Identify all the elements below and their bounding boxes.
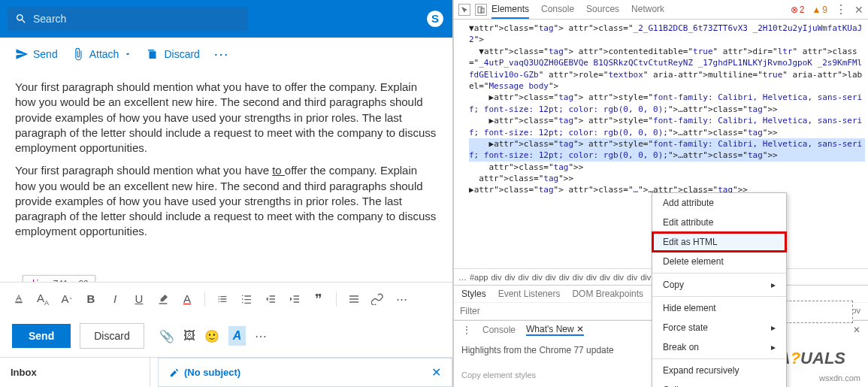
network-tab[interactable]: Network xyxy=(631,1,664,19)
watermark: wsxdn.com xyxy=(819,373,860,382)
numbered-list-icon[interactable] xyxy=(240,293,253,305)
font-color-btn[interactable]: A xyxy=(180,292,194,305)
discard-button[interactable]: Discard xyxy=(80,323,144,349)
bold-button[interactable]: B xyxy=(84,292,98,305)
styles-box-model xyxy=(778,301,853,323)
attach-icon xyxy=(71,47,85,61)
code-line[interactable]: attr">class="tag">> xyxy=(469,162,865,173)
ctx-add-attribute[interactable]: Add attribute xyxy=(652,193,786,213)
devtools-menu-icon[interactable]: ⋮ xyxy=(835,2,847,17)
sources-tab[interactable]: Sources xyxy=(586,1,619,19)
drawer-whatsnew-tab[interactable]: What's New ✕ xyxy=(526,324,584,336)
ctx-collapse[interactable]: Collapse xyxy=(652,380,786,387)
bullet-list-icon[interactable] xyxy=(216,293,229,305)
code-line[interactable]: attr">class="tag">> xyxy=(469,173,865,184)
message-body[interactable]: Your first paragraph should mention what… xyxy=(0,71,452,282)
attach-file-icon[interactable]: 📎 xyxy=(159,329,174,343)
skype-icon[interactable]: S xyxy=(425,9,445,29)
attach-action[interactable]: Attach xyxy=(71,47,133,61)
discard-label: Discard xyxy=(164,48,199,60)
bottom-tabs: Inbox (No subject) ✕ xyxy=(0,357,452,387)
send-label: Send xyxy=(33,48,58,60)
tooltip-tag: div xyxy=(29,279,46,282)
context-menu: Add attribute Edit attribute Edit as HTM… xyxy=(652,192,787,387)
more-actions[interactable]: ⋯ xyxy=(213,45,230,63)
outdent-icon[interactable] xyxy=(264,293,277,305)
styles-tab[interactable]: Styles xyxy=(461,289,486,299)
close-tab-icon[interactable]: ✕ xyxy=(431,365,441,379)
search-box[interactable] xyxy=(8,7,248,31)
link-icon[interactable] xyxy=(371,293,385,305)
device-toggle-icon[interactable] xyxy=(475,4,487,16)
devtools-close-icon[interactable]: ✕ xyxy=(854,4,863,16)
attach-label: Attach xyxy=(89,48,119,60)
compose-actions: Send Discard 📎 🖼 🙂 A ⋯ xyxy=(0,315,452,357)
subject-tab[interactable]: (No subject) ✕ xyxy=(158,358,452,387)
subject-label: (No subject) xyxy=(184,367,240,378)
warning-count[interactable]: ▲9 xyxy=(812,5,827,15)
svg-text:S: S xyxy=(431,12,439,25)
quote-icon[interactable]: ❞ xyxy=(312,291,325,307)
code-line[interactable]: ▼attr">class="tag"> attr">class="_2_G11B… xyxy=(469,23,865,46)
ctx-delete-element[interactable]: Delete element xyxy=(652,252,786,271)
font-color-icon[interactable] xyxy=(12,293,26,305)
indent-icon[interactable] xyxy=(288,293,301,305)
compose-toolbar: Send Attach Discard ⋯ xyxy=(0,38,452,71)
ctx-expand[interactable]: Expand recursively xyxy=(652,361,786,380)
code-line[interactable]: ▶attr">class="tag"> attr">style="font-fa… xyxy=(469,92,865,115)
send-button[interactable]: Send xyxy=(12,324,71,348)
console-tab[interactable]: Console xyxy=(541,1,574,19)
tooltip-dims: 741 × 20 xyxy=(53,279,89,282)
send-action[interactable]: Send xyxy=(15,47,58,61)
ctx-force-state[interactable]: Force state▸ xyxy=(652,318,786,337)
elements-tab[interactable]: Elements xyxy=(491,1,529,19)
error-count[interactable]: ⊗2 xyxy=(791,5,805,15)
dom-breakpoints-tab[interactable]: DOM Breakpoints xyxy=(572,289,643,299)
ctx-hide-element[interactable]: Hide element xyxy=(652,298,786,318)
format-toolbar: AA A˅ B I U A ❞ ⋯ xyxy=(0,282,452,315)
ctx-edit-attribute[interactable]: Edit attribute xyxy=(652,213,786,232)
ctx-copy[interactable]: Copy▸ xyxy=(652,275,786,295)
drawer-close-icon[interactable]: ✕ xyxy=(853,325,860,335)
search-input[interactable] xyxy=(33,13,240,25)
app-header: S xyxy=(0,0,452,38)
italic-button[interactable]: I xyxy=(108,292,122,305)
more-compose-actions[interactable]: ⋯ xyxy=(255,329,268,343)
toggle-format-icon[interactable]: A xyxy=(228,326,246,346)
appuals-logo: A?UALS xyxy=(779,349,845,368)
insert-image-icon[interactable]: 🖼 xyxy=(183,329,195,343)
code-line-selected[interactable]: ▶attr">class="tag"> attr">style="font-fa… xyxy=(469,138,865,162)
highlight-icon[interactable] xyxy=(156,293,170,305)
edit-icon xyxy=(169,367,180,378)
chevron-down-icon xyxy=(123,50,132,59)
inspect-element-icon[interactable] xyxy=(458,4,470,16)
paragraph-2: Your first paragraph should mention what… xyxy=(15,163,437,239)
ctx-edit-as-html[interactable]: Edit as HTML xyxy=(652,232,786,252)
discard-action[interactable]: Discard xyxy=(146,47,199,61)
font-size-dropdown[interactable]: A˅ xyxy=(60,292,74,305)
ctx-break-on[interactable]: Break on▸ xyxy=(652,337,786,357)
code-line[interactable]: ▼attr">class="tag"> attr">contenteditabl… xyxy=(469,46,865,92)
inbox-tab[interactable]: Inbox xyxy=(0,358,150,387)
align-icon[interactable] xyxy=(347,293,361,305)
underline-button[interactable]: U xyxy=(132,292,146,305)
emoji-icon[interactable]: 🙂 xyxy=(204,329,219,343)
devtools-top-bar: Elements Console Sources Network ⊗2 ▲9 ⋮… xyxy=(454,0,868,20)
code-line[interactable]: ▶attr">class="tag"> attr">style="font-fa… xyxy=(469,115,865,138)
send-icon xyxy=(15,47,29,61)
paragraph-1: Your first paragraph should mention what… xyxy=(15,80,437,156)
drawer-menu-icon[interactable]: ⋮ xyxy=(461,324,472,336)
more-format[interactable]: ⋯ xyxy=(395,292,409,306)
trash-icon xyxy=(146,47,159,61)
element-dimensions-tooltip: div 741 × 20 xyxy=(23,275,95,282)
font-family-dropdown[interactable]: AA xyxy=(36,292,50,307)
event-listeners-tab[interactable]: Event Listeners xyxy=(498,289,561,299)
drawer-console-tab[interactable]: Console xyxy=(482,325,516,335)
search-icon xyxy=(15,13,27,25)
